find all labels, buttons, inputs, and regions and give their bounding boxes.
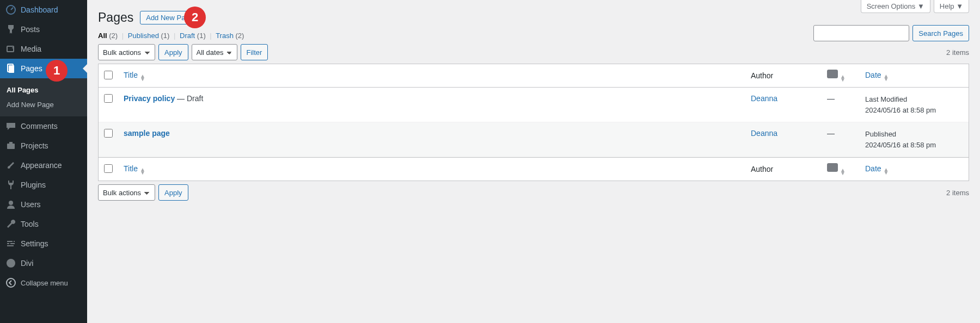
sliders-icon	[5, 238, 16, 249]
media-icon	[5, 44, 16, 54]
collapse-icon	[5, 277, 16, 288]
table-row: Privacy policy — Draft Deanna — Last Mod…	[99, 88, 969, 122]
svg-point-2	[12, 47, 13, 48]
column-title[interactable]: Title▲▼	[118, 64, 745, 88]
annotation-badge-1: 1	[46, 60, 68, 82]
svg-rect-4	[9, 65, 14, 73]
row-checkbox[interactable]	[104, 129, 113, 138]
sidebar-label: Dashboard	[21, 5, 58, 14]
row-comments: —	[822, 88, 860, 122]
pages-icon	[5, 63, 16, 74]
divi-icon	[5, 258, 16, 269]
sidebar-label: Appearance	[21, 161, 62, 170]
table-row: sample page Deanna — Published2024/05/16…	[99, 122, 969, 157]
sidebar-item-appearance[interactable]: Appearance	[0, 156, 87, 175]
sort-icon: ▲▼	[840, 169, 846, 175]
annotation-badge-2: 2	[184, 7, 206, 28]
column-title-foot[interactable]: Title▲▼	[118, 157, 745, 181]
sort-icon: ▲▼	[140, 168, 145, 175]
column-author[interactable]: Author	[745, 64, 822, 88]
user-icon	[5, 199, 16, 210]
sidebar-item-tools[interactable]: Tools	[0, 214, 87, 234]
sidebar-item-pages[interactable]: Pages	[0, 59, 87, 78]
sidebar-label: Pages	[21, 64, 42, 73]
sidebar-label: Posts	[21, 25, 40, 34]
sidebar-label: Users	[21, 200, 41, 209]
row-state: — Draft	[175, 94, 203, 103]
item-count-top: 2 items	[946, 48, 969, 57]
sort-icon: ▲▼	[884, 74, 889, 81]
sort-icon: ▲▼	[140, 74, 145, 81]
admin-sidebar: Dashboard Posts Media Pages All Pages Ad…	[0, 0, 87, 323]
column-comments[interactable]: ▲▼	[822, 64, 860, 88]
page-title: Pages	[98, 10, 133, 25]
search-pages-button[interactable]: Search Pages	[912, 25, 969, 41]
sidebar-item-media[interactable]: Media	[0, 39, 87, 59]
row-author-link[interactable]: Deanna	[751, 94, 777, 103]
sidebar-item-dashboard[interactable]: Dashboard	[0, 0, 87, 20]
pin-icon	[5, 24, 16, 35]
sidebar-label: Media	[21, 45, 41, 53]
filter-published[interactable]: Published (1)	[128, 32, 170, 40]
row-date: Last Modified2024/05/16 at 8:58 pm	[860, 88, 969, 122]
sidebar-label: Tools	[21, 220, 39, 228]
sidebar-item-projects[interactable]: Projects	[0, 136, 87, 156]
svg-point-7	[9, 201, 13, 205]
row-comments: —	[822, 122, 860, 157]
apply-bulk-bottom[interactable]: Apply	[158, 184, 188, 201]
apply-bulk-top[interactable]: Apply	[158, 44, 188, 60]
sidebar-subitem-add-new-page[interactable]: Add New Page	[0, 97, 87, 112]
sidebar-item-comments[interactable]: Comments	[0, 116, 87, 136]
page-body: Screen Options ▼ Help ▼ Pages Add New Pa…	[87, 0, 980, 201]
dashboard-icon	[5, 4, 16, 15]
column-comments-foot[interactable]: ▲▼	[822, 157, 860, 181]
pages-table: Title▲▼ Author ▲▼ Date▲▼ Privacy policy …	[98, 64, 969, 181]
svg-rect-6	[9, 142, 13, 144]
sidebar-item-divi[interactable]: Divi	[0, 253, 87, 273]
svg-rect-5	[7, 144, 15, 149]
portfolio-icon	[5, 140, 16, 151]
sidebar-label: Comments	[21, 122, 58, 131]
select-all-bottom[interactable]	[104, 164, 113, 173]
filter-button[interactable]: Filter	[241, 44, 268, 60]
select-all-top[interactable]	[104, 71, 113, 79]
row-author-link[interactable]: Deanna	[751, 129, 777, 138]
sidebar-item-users[interactable]: Users	[0, 195, 87, 214]
sort-icon: ▲▼	[884, 168, 889, 175]
comment-icon	[827, 70, 838, 78]
filter-all[interactable]: All (2)	[98, 32, 118, 40]
row-title-link[interactable]: Privacy policy	[124, 94, 175, 103]
filter-trash[interactable]: Trash (2)	[216, 32, 244, 40]
sidebar-subitem-all-pages[interactable]: All Pages	[0, 83, 87, 97]
tablenav-bottom: Bulk actions Apply 2 items	[98, 184, 969, 201]
item-count-bottom: 2 items	[946, 189, 969, 197]
sidebar-submenu-pages: All Pages Add New Page	[0, 78, 87, 116]
sidebar-label: Projects	[21, 141, 48, 150]
sidebar-label: Settings	[21, 239, 48, 248]
screen-options-tab[interactable]: Screen Options ▼	[861, 0, 930, 13]
sidebar-label: Divi	[21, 259, 33, 268]
collapse-label: Collapse menu	[21, 279, 68, 287]
wrench-icon	[5, 219, 16, 229]
sort-icon: ▲▼	[840, 75, 846, 82]
column-date[interactable]: Date▲▼	[860, 64, 969, 88]
search-input[interactable]	[813, 25, 909, 41]
date-filter-select[interactable]: All dates	[192, 44, 237, 60]
column-date-foot[interactable]: Date▲▼	[860, 157, 969, 181]
sidebar-item-settings[interactable]: Settings	[0, 234, 87, 253]
sidebar-label: Plugins	[21, 181, 46, 189]
collapse-menu[interactable]: Collapse menu	[0, 273, 87, 293]
sidebar-item-posts[interactable]: Posts	[0, 20, 87, 39]
bulk-action-select-top[interactable]: Bulk actions	[98, 44, 155, 60]
sidebar-item-plugins[interactable]: Plugins	[0, 175, 87, 195]
row-checkbox[interactable]	[104, 94, 113, 103]
bulk-action-select-bottom[interactable]: Bulk actions	[98, 184, 155, 201]
help-tab[interactable]: Help ▼	[934, 0, 969, 13]
filter-draft[interactable]: Draft (1)	[180, 32, 206, 40]
row-title-link[interactable]: sample page	[124, 129, 170, 138]
column-author-foot[interactable]: Author	[745, 157, 822, 181]
svg-point-9	[7, 278, 15, 287]
svg-point-8	[7, 259, 15, 268]
plug-icon	[5, 179, 16, 190]
screen-meta-links: Screen Options ▼ Help ▼	[861, 0, 969, 13]
